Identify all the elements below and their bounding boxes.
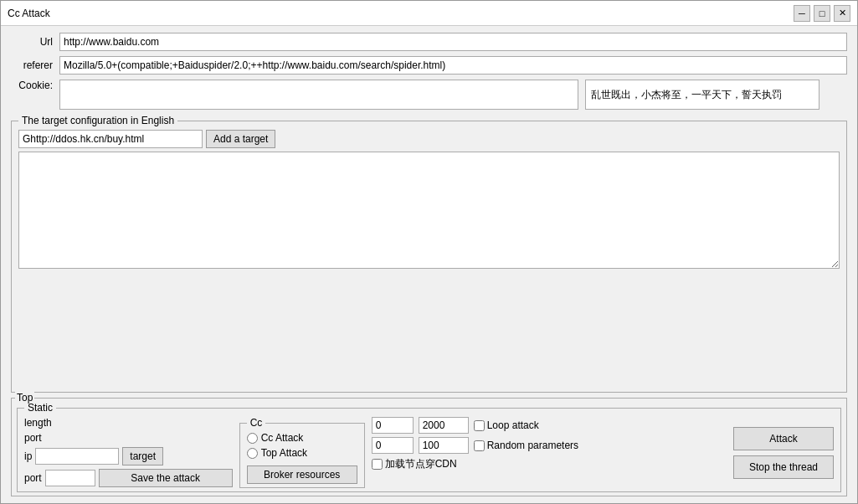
num-input-3[interactable]	[372, 437, 414, 454]
cc-legend: Cc	[247, 417, 266, 429]
attack-button[interactable]: Attack	[733, 427, 834, 450]
target-url-input[interactable]	[18, 130, 203, 148]
cc-attack-radio[interactable]	[247, 433, 258, 444]
cc-fieldset: Cc Cc Attack Top Attack Broker resources	[239, 417, 365, 488]
stop-thread-button[interactable]: Stop the thread	[733, 455, 834, 479]
port2-row: port Save the attack	[24, 469, 233, 487]
cookie-label: Cookie:	[11, 80, 53, 91]
cookie-row: Cookie: 乱世既出，小杰将至，一平天下，誓天执罚	[11, 80, 847, 110]
loop-attack-checkbox[interactable]	[474, 420, 485, 431]
cc-attack-label: Cc Attack	[261, 432, 304, 444]
window-title: Cc Attack	[8, 8, 50, 19]
static-legend: Static	[24, 402, 56, 414]
referer-label: referer	[11, 59, 53, 71]
cdn-checkbox[interactable]	[372, 459, 383, 470]
main-window: Cc Attack ─ □ ✕ Url referer Cookie: 乱世既出…	[0, 0, 858, 504]
chinese-text-display: 乱世既出，小杰将至，一平天下，誓天执罚	[585, 80, 819, 110]
broker-resources-button[interactable]: Broker resources	[247, 465, 357, 484]
url-input[interactable]	[59, 33, 847, 51]
static-fieldset: Static length port ip ta	[17, 402, 841, 492]
restore-button[interactable]: □	[814, 5, 830, 22]
target-group-legend: The target configuration in English	[18, 115, 177, 126]
port-row: port	[24, 432, 233, 444]
port-input[interactable]	[45, 470, 95, 486]
minimize-button[interactable]: ─	[794, 5, 810, 22]
right-panel: Loop attack Random parameters	[372, 417, 727, 488]
title-bar: Cc Attack ─ □ ✕	[1, 1, 857, 26]
cc-attack-row: Cc Attack	[247, 432, 357, 444]
target-list[interactable]	[18, 152, 840, 269]
top-attack-radio[interactable]	[247, 448, 258, 459]
num-input-2[interactable]	[419, 417, 469, 434]
target-button[interactable]: target	[122, 447, 163, 465]
right-row3: 加载节点穿CDN	[372, 457, 727, 471]
top-attack-row: Top Attack	[247, 447, 357, 459]
target-input-row: Add a target	[18, 130, 840, 148]
url-label: Url	[11, 36, 53, 48]
left-panel: length port ip target port	[24, 417, 233, 488]
target-group: The target configuration in English Add …	[11, 115, 847, 393]
top-label: Top	[15, 392, 34, 404]
random-params-label[interactable]: Random parameters	[474, 440, 578, 451]
window-controls: ─ □ ✕	[794, 5, 850, 22]
length-label: length	[24, 417, 52, 429]
random-params-checkbox[interactable]	[474, 440, 485, 451]
ip-row: ip target	[24, 447, 233, 465]
add-target-button[interactable]: Add a target	[206, 130, 275, 148]
num-input-1[interactable]	[372, 417, 414, 434]
port2-label: port	[24, 472, 42, 484]
ip-input[interactable]	[35, 448, 119, 465]
bottom-section: Top Static length port ip	[11, 398, 847, 496]
close-button[interactable]: ✕	[834, 5, 850, 22]
ip-label: ip	[24, 450, 32, 462]
cookie-input[interactable]	[59, 80, 578, 110]
top-attack-label: Top Attack	[261, 447, 307, 459]
save-attack-button[interactable]: Save the attack	[99, 469, 233, 487]
loop-attack-label[interactable]: Loop attack	[474, 419, 539, 431]
length-row: length	[24, 417, 233, 429]
right-row1: Loop attack	[372, 417, 727, 434]
action-buttons: Attack Stop the thread	[733, 417, 834, 488]
bottom-inner: length port ip target port	[24, 417, 834, 488]
right-row2: Random parameters	[372, 437, 727, 454]
referer-row: referer	[11, 56, 847, 75]
num-input-4[interactable]	[419, 437, 469, 454]
url-row: Url	[11, 33, 847, 51]
main-content: Url referer Cookie: 乱世既出，小杰将至，一平天下，誓天执罚 …	[1, 26, 857, 503]
port-label: port	[24, 432, 42, 444]
cdn-label[interactable]: 加载节点穿CDN	[372, 457, 457, 471]
referer-input[interactable]	[59, 56, 847, 75]
